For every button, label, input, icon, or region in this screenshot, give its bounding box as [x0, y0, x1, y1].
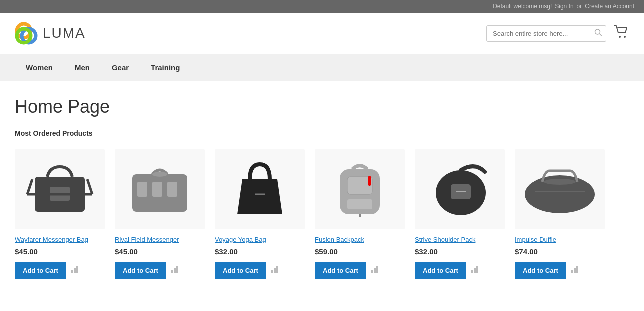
product-image[interactable]	[315, 149, 405, 229]
compare-icon[interactable]	[470, 265, 479, 276]
compare-icon[interactable]	[70, 265, 79, 276]
svg-rect-32	[371, 270, 373, 273]
section-title: Most Ordered Products	[15, 129, 629, 137]
svg-rect-16	[137, 182, 147, 197]
svg-rect-46	[574, 268, 576, 273]
nav-item-training[interactable]: Training	[140, 54, 191, 81]
cart-icon-wrap[interactable]	[613, 25, 629, 42]
product-price: $45.00	[15, 247, 38, 256]
product-name[interactable]: Rival Field Messenger	[115, 235, 179, 244]
compare-icon[interactable]	[370, 265, 379, 276]
product-image[interactable]	[515, 149, 605, 229]
svg-rect-40	[476, 266, 478, 273]
product-actions: Add to Cart	[315, 262, 379, 279]
cart-icon	[613, 25, 629, 39]
product-name[interactable]: Impulse Duffle	[515, 235, 556, 244]
svg-point-43	[544, 179, 576, 185]
product-image[interactable]	[415, 149, 505, 229]
product-price: $32.00	[415, 247, 438, 256]
products-grid: Wayfarer Messenger Bag $45.00 Add to Car…	[15, 149, 629, 279]
product-price: $74.00	[515, 247, 538, 256]
svg-rect-47	[576, 266, 578, 273]
product-card: Impulse Duffle $74.00 Add to Cart	[515, 149, 605, 279]
product-price: $32.00	[215, 247, 238, 256]
product-image[interactable]	[215, 149, 305, 229]
nav-item-men[interactable]: Men	[64, 54, 101, 81]
create-account-link[interactable]: Create an Account	[585, 3, 634, 10]
add-to-cart-button[interactable]: Add to Cart	[15, 262, 66, 279]
svg-rect-12	[71, 270, 73, 273]
product-image[interactable]	[115, 149, 205, 229]
svg-line-10	[87, 179, 92, 194]
product-name[interactable]: Strive Shoulder Pack	[415, 235, 475, 244]
compare-icon[interactable]	[170, 265, 179, 276]
svg-point-3	[595, 29, 600, 34]
svg-rect-31	[368, 176, 371, 186]
welcome-message: Default welcome msg!	[493, 3, 552, 10]
page-title: Home Page	[15, 96, 629, 117]
svg-rect-26	[276, 266, 278, 273]
svg-rect-25	[274, 268, 276, 273]
svg-rect-18	[167, 182, 177, 197]
nav-item-women[interactable]: Women	[15, 54, 64, 81]
add-to-cart-button[interactable]: Add to Cart	[415, 262, 466, 279]
product-card: Fusion Backpack $59.00 Add to Cart	[315, 149, 405, 279]
nav: Women Men Gear Training	[0, 54, 644, 81]
search-icon	[594, 29, 602, 37]
product-card: Strive Shoulder Pack $32.00 Add to Cart	[415, 149, 505, 279]
svg-rect-13	[74, 268, 76, 273]
svg-rect-33	[374, 268, 376, 273]
product-name[interactable]: Wayfarer Messenger Bag	[15, 235, 88, 244]
svg-rect-45	[571, 270, 573, 273]
product-actions: Add to Cart	[15, 262, 79, 279]
svg-rect-21	[174, 268, 176, 273]
product-card: Voyage Yoga Bag $32.00 Add to Cart	[215, 149, 305, 279]
svg-rect-29	[347, 199, 372, 209]
add-to-cart-button[interactable]: Add to Cart	[315, 262, 366, 279]
search-input[interactable]	[486, 25, 606, 42]
header-right	[486, 25, 629, 42]
search-wrap	[486, 25, 606, 42]
logo-icon	[15, 22, 38, 45]
add-to-cart-button[interactable]: Add to Cart	[515, 262, 566, 279]
signin-link[interactable]: Sign In	[555, 3, 573, 10]
svg-rect-24	[271, 270, 273, 273]
product-name[interactable]: Voyage Yoga Bag	[215, 235, 266, 244]
product-card: Rival Field Messenger $45.00 Add to Cart	[115, 149, 205, 279]
logo-text: LUMA	[43, 25, 86, 41]
product-price: $59.00	[315, 247, 338, 256]
add-to-cart-button[interactable]: Add to Cart	[215, 262, 266, 279]
svg-line-9	[27, 179, 32, 194]
svg-rect-39	[474, 268, 476, 273]
compare-icon[interactable]	[270, 265, 279, 276]
nav-item-gear[interactable]: Gear	[101, 54, 140, 81]
product-price: $45.00	[115, 247, 138, 256]
svg-rect-42	[527, 182, 592, 204]
product-card: Wayfarer Messenger Bag $45.00 Add to Car…	[15, 149, 105, 279]
add-to-cart-button[interactable]: Add to Cart	[115, 262, 166, 279]
or-text: or	[577, 3, 582, 10]
header: LUMA	[0, 13, 644, 54]
svg-point-19	[152, 172, 167, 177]
svg-rect-17	[152, 182, 162, 197]
svg-rect-38	[471, 270, 473, 273]
product-image[interactable]	[15, 149, 105, 229]
svg-line-4	[600, 34, 602, 36]
compare-icon[interactable]	[570, 265, 579, 276]
svg-point-6	[624, 36, 626, 38]
svg-rect-14	[76, 266, 78, 273]
svg-rect-34	[376, 266, 378, 273]
product-actions: Add to Cart	[215, 262, 279, 279]
svg-point-5	[619, 36, 621, 38]
svg-rect-20	[171, 270, 173, 273]
logo[interactable]: LUMA	[15, 22, 86, 45]
product-actions: Add to Cart	[415, 262, 479, 279]
main-content: Home Page Most Ordered Products Wayfarer…	[0, 81, 644, 299]
product-actions: Add to Cart	[115, 262, 179, 279]
search-button[interactable]	[594, 29, 602, 38]
product-actions: Add to Cart	[515, 262, 579, 279]
top-bar: Default welcome msg! Sign In or Create a…	[0, 0, 644, 13]
svg-rect-22	[176, 266, 178, 273]
product-name[interactable]: Fusion Backpack	[315, 235, 364, 244]
